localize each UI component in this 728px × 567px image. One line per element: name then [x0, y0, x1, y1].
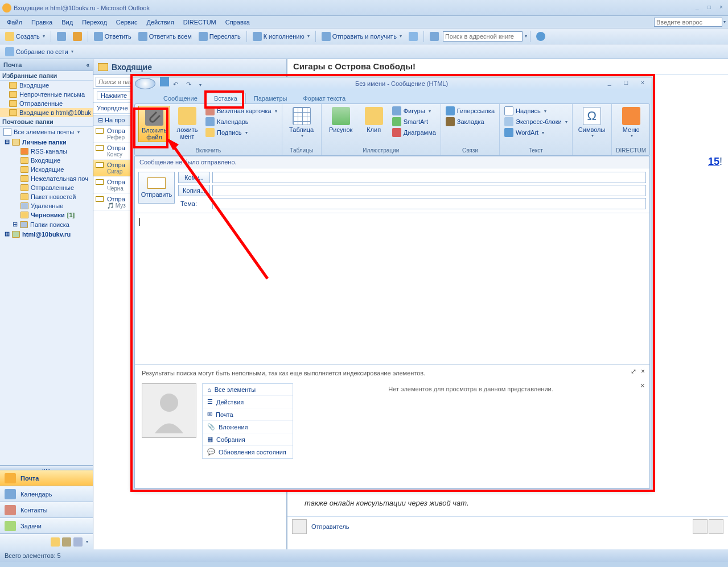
clip-button[interactable]: Клип	[358, 106, 390, 138]
quickparts-button[interactable]: Экспресс-блоки▾	[503, 117, 569, 127]
fav-inbox-account[interactable]: Входящие в html@10buk	[0, 108, 93, 117]
menu-view[interactable]: Вид	[57, 18, 77, 27]
office-button[interactable]	[135, 78, 155, 89]
tree-junk[interactable]: Нежелательная поч	[0, 174, 93, 183]
collapse-icon[interactable]: «	[86, 62, 89, 68]
subject-input[interactable]	[212, 198, 646, 209]
to-input[interactable]	[212, 172, 646, 183]
minimize-button[interactable]: _	[693, 4, 702, 12]
sort-by[interactable]: Упорядоче	[97, 105, 128, 111]
tree-rss[interactable]: RSS-каналы	[0, 147, 93, 156]
addressbook-search-input[interactable]	[443, 31, 523, 42]
attach-file-button[interactable]: Вложить файл	[138, 106, 170, 142]
redo-icon[interactable]: ↷	[186, 81, 195, 90]
ppane-tab-all[interactable]: ⌂Все элементы	[203, 384, 293, 396]
menu-file[interactable]: Файл	[2, 18, 27, 27]
tree-deleted[interactable]: Удаленные	[0, 201, 93, 210]
textbox-button[interactable]: Надпись▾	[503, 106, 569, 116]
tree-outbox[interactable]: Исходящие	[0, 165, 93, 174]
cc-input[interactable]	[212, 185, 646, 196]
close-button[interactable]: ×	[717, 4, 726, 12]
forward-button[interactable]: Переслать	[196, 31, 244, 42]
print-button[interactable]	[54, 31, 69, 42]
tree-drafts[interactable]: Черновики [1]	[0, 210, 93, 220]
menu-edit[interactable]: Правка	[27, 18, 57, 27]
find-button[interactable]	[406, 31, 421, 42]
fav-unread[interactable]: Непрочтенные письма	[0, 90, 93, 99]
tab-format[interactable]: Формат текста	[295, 93, 353, 104]
tab-options[interactable]: Параметры	[246, 93, 295, 104]
compose-maximize[interactable]: □	[619, 79, 633, 88]
expand-icon[interactable]: ⤢	[631, 367, 636, 375]
cc-button[interactable]: Копия...	[178, 185, 210, 196]
menu-actions[interactable]: Действия	[142, 18, 179, 27]
ppane-dismiss[interactable]: ×	[640, 381, 645, 390]
search-hint[interactable]: Нажмите	[97, 91, 131, 100]
folder-icon	[20, 212, 28, 218]
bookmark-button[interactable]: Закладка	[445, 117, 496, 127]
signature-button[interactable]: Подпись▾	[204, 127, 278, 138]
ppane-close[interactable]: ×	[641, 367, 645, 375]
new-button[interactable]: Создать▾	[2, 31, 48, 42]
maximize-button[interactable]: □	[705, 4, 714, 12]
help-button[interactable]	[533, 31, 548, 42]
tree-account[interactable]: ⊞html@10bukv.ru	[0, 229, 93, 239]
help-search-dd[interactable]: ▾	[723, 19, 726, 24]
reply-all-button[interactable]: Ответить всем	[135, 31, 195, 42]
tab-message[interactable]: Сообщение	[155, 93, 205, 104]
avatar-icon[interactable]	[709, 519, 723, 534]
menu-help[interactable]: Справка	[221, 18, 254, 27]
addr-dd[interactable]: ▾	[525, 34, 527, 39]
table-button[interactable]: Таблица▾	[286, 106, 318, 139]
module-calendar[interactable]: Календарь	[0, 486, 93, 502]
attach-item-button[interactable]: ложить мент	[171, 106, 203, 142]
picture-button[interactable]: Рисунок	[325, 106, 357, 138]
module-shortcuts[interactable]: ▾	[0, 533, 93, 549]
help-search-input[interactable]	[654, 18, 722, 27]
tree-news[interactable]: Пакет новостей	[0, 192, 93, 201]
ppane-tab-attach[interactable]: 📎Вложения	[203, 421, 293, 433]
fav-sent[interactable]: Отправленные	[0, 99, 93, 108]
menu-directum[interactable]: DIRECTUM	[179, 18, 221, 27]
ppane-tab-meetings[interactable]: ▦Собрания	[203, 433, 293, 446]
ppane-tab-status[interactable]: 💬Обновления состояния	[203, 446, 293, 458]
menu-go[interactable]: Переход	[77, 18, 112, 27]
move-button[interactable]	[70, 31, 85, 42]
ppane-tab-actions[interactable]: ☰Действия	[203, 396, 293, 408]
smartart-button[interactable]: SmartArt	[391, 117, 437, 127]
nav-gripper[interactable]: ∙∙∙∙∙	[0, 465, 93, 470]
tree-search-folders[interactable]: ⊞Папки поиска	[0, 220, 93, 229]
compose-editor[interactable]	[135, 213, 649, 344]
ppane-tab-mail[interactable]: ✉Почта	[203, 408, 293, 421]
shapes-button[interactable]: Фигуры▾	[391, 106, 437, 116]
sendreceive-button[interactable]: Отправить и получить▾	[319, 31, 405, 42]
tree-inbox[interactable]: Входящие	[0, 156, 93, 165]
module-contacts[interactable]: Контакты	[0, 502, 93, 518]
tab-insert[interactable]: Вставка	[205, 93, 246, 104]
module-tasks[interactable]: Задачи	[0, 518, 93, 533]
addressbook-button[interactable]	[427, 31, 442, 42]
tree-sent[interactable]: Отправленные	[0, 183, 93, 192]
directum-menu-button[interactable]: Меню▾	[615, 106, 647, 139]
calendar-button[interactable]: Календарь	[204, 117, 278, 127]
webmeeting-button[interactable]: Собрание по сети▾	[2, 46, 76, 57]
avatar-icon[interactable]	[693, 519, 708, 534]
bizcard-button[interactable]: Визитная карточка▾	[204, 106, 278, 116]
symbols-button[interactable]: ΩСимволы▾	[576, 106, 608, 139]
chart-button[interactable]: Диаграмма	[391, 127, 437, 138]
tree-personal[interactable]: ⊟Личные папки	[0, 137, 93, 147]
compose-close[interactable]: ×	[636, 79, 649, 88]
undo-icon[interactable]: ↶	[173, 81, 182, 90]
hyperlink-button[interactable]: Гиперссылка	[445, 106, 496, 116]
all-mail-items[interactable]: Все элементы почты▾	[0, 127, 93, 137]
fav-inbox[interactable]: Входящие	[0, 81, 93, 90]
save-icon[interactable]	[160, 77, 169, 86]
send-button[interactable]: Отправить	[138, 172, 175, 204]
menu-tools[interactable]: Сервис	[112, 18, 142, 27]
reply-button[interactable]: Ответить	[91, 31, 134, 42]
compose-minimize[interactable]: _	[603, 79, 616, 88]
module-mail[interactable]: Почта	[0, 470, 93, 486]
to-button[interactable]: Кому...	[178, 172, 210, 183]
wordart-button[interactable]: WordArt▾	[503, 127, 569, 138]
followup-button[interactable]: К исполнению▾	[250, 31, 312, 42]
